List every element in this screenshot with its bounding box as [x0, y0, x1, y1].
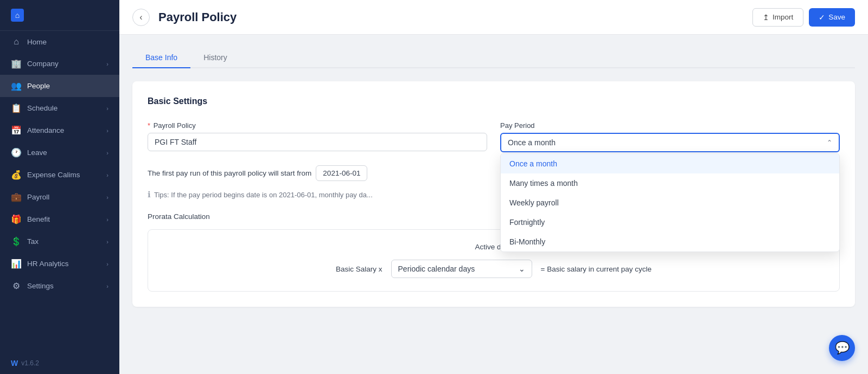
- option-fortnightly[interactable]: Fortnightly: [501, 212, 839, 232]
- checkmark-icon: ✓: [819, 13, 825, 22]
- benefit-icon: 🎁: [11, 214, 22, 224]
- chevron-icon: ›: [106, 283, 108, 289]
- analytics-icon: 📊: [11, 259, 22, 269]
- settings-icon: ⚙: [11, 281, 22, 291]
- leave-icon: 🕐: [11, 147, 22, 158]
- sidebar-item-schedule[interactable]: 📋 Schedule ›: [0, 97, 119, 119]
- pay-period-field: Pay Period Once a month ⌃ Once a month: [500, 121, 840, 152]
- payroll-policy-input[interactable]: [148, 133, 487, 151]
- chevron-down-icon: ⌄: [519, 265, 525, 273]
- pay-period-select[interactable]: Once a month ⌃: [500, 133, 840, 152]
- sidebar-item-label: Company: [27, 60, 101, 68]
- chevron-icon: ›: [106, 172, 108, 178]
- pay-period-selected-value: Once a month: [508, 138, 556, 147]
- prorata-calculation-select[interactable]: Periodic calendar days ⌄: [391, 260, 532, 278]
- sidebar-item-home[interactable]: ⌂ Home: [0, 31, 119, 53]
- required-star: *: [148, 121, 150, 130]
- chevron-icon: ›: [106, 194, 108, 201]
- sidebar-item-attendance[interactable]: 📅 Attendance ›: [0, 119, 119, 141]
- tab-history[interactable]: History: [190, 48, 240, 68]
- sidebar-item-hr-analytics[interactable]: 📊 HR Analytics ›: [0, 253, 119, 275]
- sidebar-item-people[interactable]: 👥 People: [0, 75, 119, 97]
- version-text: v1.6.2: [21, 359, 39, 367]
- pay-period-dropdown-menu: Once a month Many times a month Weekly p…: [500, 153, 840, 252]
- sidebar-item-label: Home: [27, 38, 108, 46]
- option-weekly-payroll[interactable]: Weekly payroll: [501, 193, 839, 212]
- tax-icon: 💲: [11, 236, 22, 247]
- sidebar-logo: ⌂: [0, 0, 119, 31]
- sidebar-item-tax[interactable]: 💲 Tax ›: [0, 230, 119, 253]
- card-title: Basic Settings: [148, 96, 840, 106]
- formula-right: = Basic salary in current pay cycle: [541, 265, 652, 273]
- main-content: ‹ Payroll Policy ↥ Import ✓ Save Base In…: [119, 0, 868, 374]
- sidebar-item-label: Expense Calims: [27, 171, 101, 179]
- option-many-times-a-month[interactable]: Many times a month: [501, 173, 839, 193]
- tip-text: Tips: If the pay period begins date is o…: [154, 191, 373, 199]
- save-button[interactable]: ✓ Save: [809, 8, 855, 27]
- import-icon: ↥: [763, 13, 769, 22]
- payroll-policy-label: * Payroll Policy: [148, 121, 487, 130]
- sidebar-item-leave[interactable]: 🕐 Leave ›: [0, 141, 119, 164]
- schedule-icon: 📋: [11, 103, 22, 113]
- sidebar-item-payroll[interactable]: 💼 Payroll ›: [0, 186, 119, 208]
- header-actions: ↥ Import ✓ Save: [752, 8, 855, 27]
- expense-icon: 💰: [11, 170, 22, 180]
- sidebar-item-label: Payroll: [27, 193, 101, 201]
- formula-left: Basic Salary x: [336, 265, 382, 273]
- form-grid: * Payroll Policy Pay Period Once a month…: [148, 121, 840, 152]
- page-title: Payroll Policy: [158, 10, 744, 24]
- sidebar-item-label: Settings: [27, 282, 101, 290]
- chevron-icon: ›: [106, 238, 108, 245]
- logo-icon: ⌂: [11, 9, 24, 22]
- pay-period-dropdown-container: Once a month ⌃ Once a month Many times a…: [500, 133, 840, 152]
- people-icon: 👥: [11, 81, 22, 91]
- chat-icon: 💬: [835, 341, 850, 355]
- first-pay-run-label: The first pay run of this payroll policy…: [148, 169, 311, 177]
- w-logo-icon: W: [11, 359, 18, 367]
- basic-settings-card: Basic Settings * Payroll Policy Pay Peri…: [132, 81, 855, 307]
- chevron-icon: ›: [106, 127, 108, 134]
- import-button[interactable]: ↥ Import: [752, 8, 803, 27]
- sidebar-item-label: HR Analytics: [27, 260, 101, 268]
- home-icon: ⌂: [11, 37, 22, 47]
- payroll-policy-field: * Payroll Policy: [148, 121, 487, 152]
- import-label: Import: [773, 13, 793, 21]
- back-button[interactable]: ‹: [132, 9, 150, 26]
- tabs-bar: Base Info History: [132, 48, 855, 68]
- sidebar-item-company[interactable]: 🏢 Company ›: [0, 53, 119, 75]
- chevron-icon: ›: [106, 261, 108, 267]
- sidebar-item-benefit[interactable]: 🎁 Benefit ›: [0, 208, 119, 230]
- first-pay-run-date[interactable]: 2021-06-01: [316, 165, 367, 181]
- prorata-select-value: Periodic calendar days: [398, 265, 475, 273]
- sidebar-item-label: Attendance: [27, 126, 101, 134]
- prorata-formula: Basic Salary x Periodic calendar days ⌄ …: [161, 260, 826, 278]
- tab-base-info[interactable]: Base Info: [132, 48, 190, 68]
- pay-period-label: Pay Period: [500, 121, 840, 130]
- page-header: ‹ Payroll Policy ↥ Import ✓ Save: [119, 0, 868, 35]
- sidebar-item-label: Schedule: [27, 104, 101, 112]
- payroll-icon: 💼: [11, 192, 22, 202]
- info-icon: ℹ: [148, 190, 151, 199]
- sidebar-item-label: Benefit: [27, 215, 101, 223]
- attendance-icon: 📅: [11, 125, 22, 136]
- save-label: Save: [828, 13, 845, 21]
- sidebar-item-expense[interactable]: 💰 Expense Calims ›: [0, 164, 119, 186]
- chevron-icon: ›: [106, 61, 108, 67]
- chat-button[interactable]: 💬: [829, 335, 855, 361]
- sidebar-item-label: Tax: [27, 237, 101, 246]
- company-icon: 🏢: [11, 59, 22, 69]
- chevron-icon: ›: [106, 216, 108, 223]
- sidebar-item-label: People: [27, 82, 108, 90]
- sidebar-version: W v1.6.2: [0, 352, 119, 374]
- content-area: Base Info History Basic Settings * Payro…: [119, 35, 868, 374]
- option-bi-monthly[interactable]: Bi-Monthly: [501, 232, 839, 252]
- chevron-icon: ›: [106, 150, 108, 156]
- chevron-up-icon: ⌃: [827, 139, 832, 146]
- sidebar-item-settings[interactable]: ⚙ Settings ›: [0, 275, 119, 297]
- sidebar: ⌂ ⌂ Home 🏢 Company › 👥 People 📋 Schedule…: [0, 0, 119, 374]
- chevron-icon: ›: [106, 105, 108, 112]
- sidebar-item-label: Leave: [27, 149, 101, 157]
- option-once-a-month[interactable]: Once a month: [501, 154, 839, 173]
